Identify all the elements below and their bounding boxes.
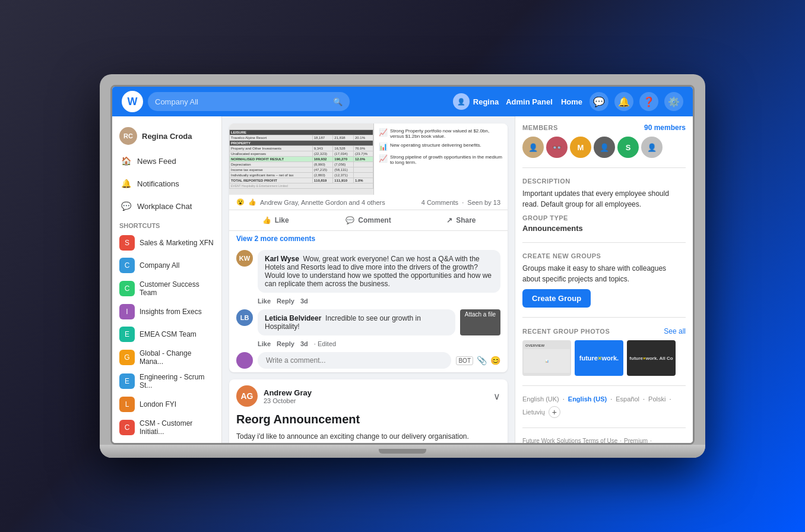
shortcut-icon-company: C bbox=[119, 258, 135, 273]
shortcut-london[interactable]: L London FYI bbox=[112, 393, 221, 416]
members-header: MEMBERS 90 members bbox=[522, 124, 686, 132]
comment-2-avatar: LB bbox=[236, 309, 253, 326]
group-type-value: Announcements bbox=[522, 224, 686, 233]
post-card-1: LEISURE Travelco Alpine Resort18,18721,8… bbox=[229, 124, 508, 372]
comment-1-author: Karl Wyse bbox=[265, 255, 299, 263]
comment-2-reply[interactable]: Reply bbox=[277, 340, 294, 347]
user-profile[interactable]: 👤 Regina bbox=[453, 93, 499, 110]
like-button[interactable]: 👍 Like bbox=[229, 213, 322, 228]
share-button[interactable]: ↗ Share bbox=[415, 213, 508, 228]
comment-2-author: Leticia Belvideer bbox=[265, 314, 321, 322]
shortcut-company[interactable]: C Company All bbox=[112, 254, 221, 277]
comment-2-bubble: Leticia Belvideer Incredible to see our … bbox=[258, 309, 455, 335]
comment-input-avatar bbox=[236, 352, 253, 369]
search-input[interactable] bbox=[155, 97, 333, 106]
footer-terms[interactable]: Future Work Solutions Terms of Use bbox=[522, 438, 617, 443]
left-sidebar: RC Regina Croda 🏠 News Feed 🔔 Notificati… bbox=[112, 116, 222, 443]
post-2-collapse[interactable]: ∨ bbox=[493, 391, 500, 402]
shortcut-icon-global: G bbox=[119, 350, 135, 365]
comment-input[interactable] bbox=[258, 352, 451, 369]
create-group-button[interactable]: Create Group bbox=[522, 289, 591, 308]
reactions-left: 😮 👍 Andrew Gray, Annette Gordon and 4 ot… bbox=[236, 198, 385, 206]
description-title: DESCRIPTION bbox=[522, 178, 686, 185]
shortcut-csm[interactable]: C CSM - Customer Initiati... bbox=[112, 416, 221, 439]
comment-2: LB Leticia Belvideer Incredible to see o… bbox=[229, 306, 508, 339]
right-panel: MEMBERS 90 members 👤 👓 M bbox=[515, 116, 693, 443]
lang-uk[interactable]: English (UK) bbox=[522, 395, 559, 403]
post-table-image: LEISURE Travelco Alpine Resort18,18721,8… bbox=[229, 124, 374, 195]
recent-photos-section: RECENT GROUP PHOTOS See all OVERVIEW 📊 f… bbox=[522, 327, 686, 386]
comment-button[interactable]: 💬 Comment bbox=[322, 213, 414, 228]
shortcut-icon-london: L bbox=[119, 397, 135, 412]
shortcuts-title: Shortcuts bbox=[112, 217, 221, 232]
sidebar-item-chat[interactable]: 💬 Workplace Chat bbox=[112, 195, 221, 217]
photo-3[interactable]: future×work. All Co bbox=[627, 340, 676, 376]
shortcut-cst[interactable]: C Customer Success Team bbox=[112, 277, 221, 300]
description-text: Important updates that every employee sh… bbox=[522, 188, 686, 210]
languages-section: English (UK) · English (US) · Español · … bbox=[522, 395, 686, 428]
home-link[interactable]: Home bbox=[561, 97, 582, 106]
member-avatar-5[interactable]: S bbox=[617, 137, 639, 158]
shortcut-icon-csm: C bbox=[119, 420, 135, 435]
sidebar-user[interactable]: RC Regina Croda bbox=[112, 122, 221, 150]
chart-icon-1: 📈 bbox=[379, 128, 388, 137]
sidebar-item-newsfeed[interactable]: 🏠 News Feed bbox=[112, 150, 221, 172]
see-all-link[interactable]: See all bbox=[664, 327, 686, 335]
notification-icon[interactable]: 🔔 bbox=[614, 92, 633, 111]
member-avatar-6[interactable]: 👤 bbox=[641, 137, 663, 158]
shortcut-eng[interactable]: E Engineering - Scrum St... bbox=[112, 369, 221, 393]
top-bar-right: 👤 Regina Admin Panel Home 💬 🔔 ❓ ⚙️ bbox=[453, 92, 683, 111]
member-avatar-1[interactable]: 👤 bbox=[522, 137, 544, 158]
shortcut-global[interactable]: G Global - Change Mana... bbox=[112, 346, 221, 369]
shortcut-sales[interactable]: S Sales & Marketing XFN bbox=[112, 232, 221, 254]
photo-2[interactable]: future×work. bbox=[575, 340, 623, 376]
sidebar-item-notifications[interactable]: 🔔 Notifications bbox=[112, 172, 221, 195]
post-2-title: Reorg Announcement bbox=[229, 410, 508, 431]
member-avatar-2[interactable]: 👓 bbox=[546, 137, 568, 158]
lang-es[interactable]: Español bbox=[616, 395, 639, 403]
comments-count[interactable]: 4 Comments bbox=[421, 199, 458, 206]
shortcut-label-company: Company All bbox=[140, 261, 179, 270]
post-actions: 👍 Like 💬 Comment ↗ Share bbox=[229, 210, 508, 231]
photo-1[interactable]: OVERVIEW 📊 bbox=[522, 340, 571, 376]
view-more-comments[interactable]: View 2 more comments bbox=[229, 231, 508, 246]
member-avatar-4[interactable]: 👤 bbox=[594, 137, 615, 158]
attachment-icon[interactable]: 📎 bbox=[477, 356, 487, 365]
add-language-button[interactable]: + bbox=[549, 406, 560, 418]
shortcut-label-london: London FYI bbox=[140, 400, 176, 408]
members-count[interactable]: 90 members bbox=[644, 124, 686, 132]
top-bar-icons: 💬 🔔 ❓ ⚙️ bbox=[590, 92, 683, 111]
chat-icon[interactable]: 💬 bbox=[590, 92, 608, 111]
members-avatars: 👤 👓 M 👤 S 👤 bbox=[522, 137, 686, 158]
post-reactions: 😮 👍 Andrew Gray, Annette Gordon and 4 ot… bbox=[229, 195, 508, 210]
sidebar-user-name: Regina Croda bbox=[142, 132, 192, 141]
chart-icon-3: 📈 bbox=[379, 154, 388, 163]
members-section: MEMBERS 90 members 👤 👓 M bbox=[522, 124, 686, 168]
admin-panel-link[interactable]: Admin Panel bbox=[506, 97, 553, 106]
shortcut-emea[interactable]: E EMEA CSM Team bbox=[112, 323, 221, 346]
chat-nav-icon: 💬 bbox=[119, 200, 132, 213]
attach-file-tooltip: Attach a file bbox=[460, 309, 500, 335]
settings-icon[interactable]: ⚙️ bbox=[664, 92, 683, 111]
shortcut-insights[interactable]: I Insights from Execs bbox=[112, 300, 221, 323]
comment-2-actions: Like Reply 3d · Edited bbox=[229, 339, 508, 349]
lang-pl[interactable]: Polski bbox=[648, 395, 665, 403]
comment-2-like[interactable]: Like bbox=[258, 340, 271, 347]
comment-input-row: BOT 📎 😊 bbox=[229, 349, 508, 372]
comment-2-time: 3d bbox=[300, 340, 308, 347]
shortcut-apac[interactable]: ⚙️ APAC team bbox=[112, 439, 221, 443]
search-bar[interactable]: 🔍 bbox=[148, 92, 350, 111]
help-icon[interactable]: ❓ bbox=[639, 92, 658, 111]
seen-count: Seen by 13 bbox=[467, 199, 500, 206]
comment-1-like[interactable]: Like bbox=[258, 297, 271, 305]
footer-premium[interactable]: Premium bbox=[624, 438, 648, 443]
lang-lt[interactable]: Lietuvių bbox=[522, 408, 545, 416]
comment-1-reply[interactable]: Reply bbox=[277, 297, 294, 305]
lang-us[interactable]: English (US) bbox=[568, 395, 607, 403]
shortcut-label-csm: CSM - Customer Initiati... bbox=[140, 419, 214, 436]
member-avatar-3[interactable]: M bbox=[570, 137, 591, 158]
post-text-image: 📈 Strong Property portfolio now valued a… bbox=[374, 124, 508, 195]
emoji-icon[interactable]: 😊 bbox=[490, 356, 500, 365]
notifications-label: Notifications bbox=[137, 179, 179, 188]
shortcut-label-global: Global - Change Mana... bbox=[140, 349, 214, 366]
